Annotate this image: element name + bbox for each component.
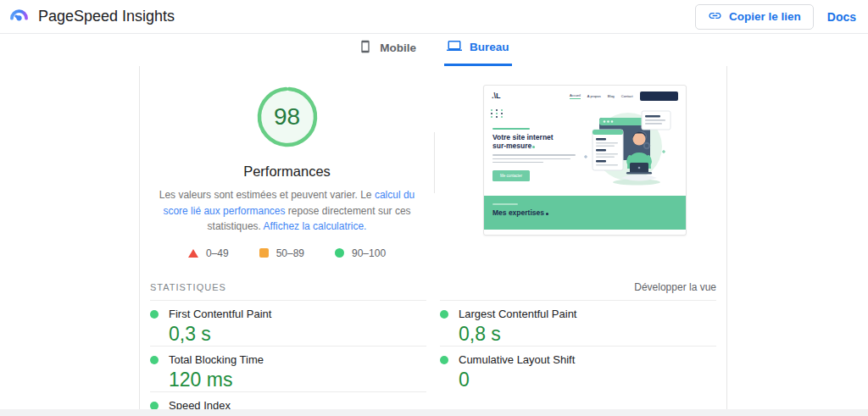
phone-icon bbox=[359, 40, 372, 56]
legend-range-average: 50–89 bbox=[276, 247, 304, 259]
thumbnail-cta-button: Demande de devis bbox=[640, 92, 678, 101]
metric-name: Cumulative Layout Shift bbox=[459, 353, 575, 366]
green-dot-icon bbox=[150, 310, 159, 319]
calculator-link[interactable]: Affichez la calculatrice. bbox=[264, 220, 367, 232]
green-dot-icon bbox=[150, 356, 159, 364]
score-panel: 98 Performances Les valeurs sont estimée… bbox=[140, 66, 434, 256]
tab-bureau-label: Bureau bbox=[470, 41, 509, 53]
performance-title: Performances bbox=[243, 164, 331, 180]
performance-score-gauge: 98 bbox=[255, 85, 320, 149]
green-dot-icon bbox=[440, 356, 448, 364]
statistics-header: STATISTIQUES Développer la vue bbox=[150, 281, 716, 293]
metric-name: Total Blocking Time bbox=[169, 353, 264, 366]
screenshot-panel: .\L Accueil À propos Blog Contact Demand… bbox=[435, 66, 687, 256]
metric-value: 0,3 s bbox=[169, 323, 426, 346]
thumbnail-heading-line2: sur-mesure bbox=[492, 141, 531, 150]
metric-first-contentful-paint: First Contentful Paint 0,3 s bbox=[150, 300, 426, 346]
orange-square-icon bbox=[259, 248, 269, 258]
description-text-1: Les valeurs sont estimées et peuvent var… bbox=[159, 189, 375, 201]
bottom-strip bbox=[0, 409, 868, 416]
metric-cumulative-layout-shift: Cumulative Layout Shift 0 bbox=[440, 346, 716, 391]
report-card: 98 Performances Les valeurs sont estimée… bbox=[139, 66, 727, 409]
laptop-icon bbox=[447, 38, 462, 56]
statistics-section: STATISTIQUES Développer la vue First Con… bbox=[140, 281, 726, 416]
app-header: PageSpeed Insights Copier le lien Docs bbox=[0, 0, 868, 34]
tab-mobile-label: Mobile bbox=[380, 42, 416, 54]
statistics-label: STATISTIQUES bbox=[150, 282, 226, 292]
metric-name: Largest Contentful Paint bbox=[459, 308, 576, 320]
thumbnail-contact-button: Me contacter bbox=[492, 170, 530, 181]
eyebrow-bar bbox=[492, 203, 518, 205]
thumbnail-heading: Votre site internet sur-mesure bbox=[492, 133, 577, 150]
metric-value: 0,8 s bbox=[459, 323, 716, 346]
performance-score-value: 98 bbox=[255, 85, 320, 149]
app-title: PageSpeed Insights bbox=[38, 8, 175, 25]
metric-largest-contentful-paint: Largest Contentful Paint 0,8 s bbox=[440, 300, 716, 346]
thumbnail-hero-copy: Votre site internet sur-mesure Me contac… bbox=[492, 128, 577, 181]
navy-dot bbox=[546, 213, 548, 215]
thumbnail-nav-item: Blog bbox=[608, 94, 615, 98]
green-dot-icon bbox=[440, 310, 448, 319]
metric-name: First Contentful Paint bbox=[169, 308, 271, 320]
legend-item-average: 50–89 bbox=[259, 247, 304, 259]
legend-item-bad: 0–49 bbox=[188, 247, 229, 259]
hero-illustration bbox=[572, 106, 681, 199]
red-triangle-icon bbox=[188, 249, 198, 258]
thumbnail-paragraph-placeholder bbox=[492, 154, 577, 163]
eyebrow-bar bbox=[492, 128, 530, 130]
green-circle-icon bbox=[335, 248, 344, 258]
metrics-column-left: First Contentful Paint 0,3 s Total Block… bbox=[150, 300, 426, 416]
metrics-grid: First Contentful Paint 0,3 s Total Block… bbox=[150, 300, 716, 416]
green-dot bbox=[532, 146, 535, 148]
tab-bureau[interactable]: Bureau bbox=[444, 38, 512, 66]
metrics-column-right: Largest Contentful Paint 0,8 s Cumulativ… bbox=[440, 300, 716, 416]
thumbnail-site-logo: .\L bbox=[492, 92, 501, 100]
dots-pattern bbox=[491, 109, 504, 118]
brand: PageSpeed Insights bbox=[8, 4, 175, 29]
thumbnail-nav-item: À propos bbox=[587, 94, 601, 98]
tab-mobile[interactable]: Mobile bbox=[356, 40, 419, 66]
performance-description: Les valeurs sont estimées et peuvent var… bbox=[153, 187, 422, 235]
expand-view-link[interactable]: Développer la vue bbox=[634, 281, 716, 293]
metric-value: 120 ms bbox=[169, 369, 426, 391]
performance-summary: 98 Performances Les valeurs sont estimée… bbox=[140, 66, 726, 256]
thumbnail-site-header: .\L Accueil À propos Blog Contact Demand… bbox=[484, 86, 686, 106]
thumbnail-footer-title: Mes expertises bbox=[492, 208, 677, 217]
pagespeed-logo-icon bbox=[8, 4, 30, 29]
copy-link-label: Copier le lien bbox=[729, 10, 801, 23]
link-icon bbox=[708, 8, 722, 25]
legend-range-good: 90–100 bbox=[352, 247, 386, 259]
metric-value: 0 bbox=[459, 369, 716, 391]
thumbnail-nav-item: Accueil bbox=[570, 93, 581, 99]
thumbnail-heading-line1: Votre site internet bbox=[492, 133, 554, 141]
thumbnail-site-nav: Accueil À propos Blog Contact Demande de… bbox=[570, 92, 678, 101]
page-screenshot-thumbnail: .\L Accueil À propos Blog Contact Demand… bbox=[483, 85, 687, 236]
score-legend: 0–49 50–89 90–100 bbox=[188, 247, 386, 259]
docs-link[interactable]: Docs bbox=[827, 10, 856, 24]
thumbnail-hero: Votre site internet sur-mesure Me contac… bbox=[484, 106, 686, 197]
device-tabbar: Mobile Bureau bbox=[0, 34, 868, 66]
thumbnail-nav-item: Contact bbox=[621, 94, 633, 98]
copy-link-button[interactable]: Copier le lien bbox=[695, 4, 814, 30]
metric-total-blocking-time: Total Blocking Time 120 ms bbox=[150, 346, 426, 391]
thumbnail-footer-band: Mes expertises bbox=[484, 196, 686, 230]
thumbnail-footer-text: Mes expertises bbox=[492, 208, 544, 217]
legend-item-good: 90–100 bbox=[335, 247, 386, 259]
green-dot-icon bbox=[150, 402, 159, 410]
header-actions: Copier le lien Docs bbox=[695, 4, 856, 30]
legend-range-bad: 0–49 bbox=[206, 247, 229, 259]
